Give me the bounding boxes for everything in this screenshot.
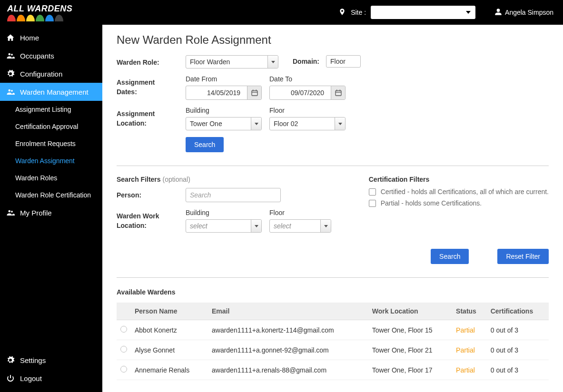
search-button[interactable]: Search (186, 137, 224, 152)
chevron-down-icon (267, 56, 278, 68)
users-icon (6, 51, 15, 60)
sidebar-item-warden-management[interactable]: Warden Management (0, 83, 102, 101)
sidebar-item-label: Configuration (20, 70, 62, 78)
users-icon (6, 88, 15, 96)
cell-email: awarden1111+a.renals-88@gmail.com (208, 360, 368, 380)
sidebar-sub-assignment-listing[interactable]: Assignment Listing (0, 101, 102, 118)
building-label: Building (186, 107, 262, 114)
search-filters-title: Search Filters (optional) (117, 176, 336, 183)
cell-email: awarden1111+a.gonnet-92@gmail.com (208, 340, 368, 360)
sidebar-item-settings[interactable]: Settings (0, 351, 102, 369)
radio-icon[interactable] (120, 346, 127, 353)
warden-role-select[interactable]: Floor Warden (186, 55, 278, 69)
cell-name: Annemarie Renals (131, 360, 208, 380)
filter-building-select[interactable]: select (186, 219, 262, 233)
assignment-dates-label: Assignment Dates: (117, 75, 171, 97)
date-from-label: Date From (186, 75, 262, 83)
floor-label: Floor (269, 107, 346, 114)
filter-floor-label: Floor (269, 209, 331, 216)
domain-label: Domain: (293, 58, 319, 65)
domain-value: Floor (330, 58, 346, 65)
sidebar-item-configuration[interactable]: Configuration (0, 65, 102, 83)
col-email: Email (208, 303, 368, 320)
assignment-location-label: Assignment Location: (117, 107, 171, 128)
reset-filter-button[interactable]: Reset Filter (497, 249, 549, 264)
sidebar-item-home[interactable]: Home (0, 29, 102, 47)
cell-location: Tower One, Floor 21 (368, 340, 452, 360)
sidebar: Home Occupants Configuration Warden Mana… (0, 0, 102, 392)
chevron-down-icon (320, 220, 331, 232)
sidebar-sub-warden-role-cert[interactable]: Warden Role Certification (0, 186, 102, 204)
chevron-down-icon (335, 118, 345, 130)
checkbox-icon (369, 188, 376, 196)
date-to-label: Date To (269, 75, 346, 83)
person-search-input[interactable] (186, 188, 281, 202)
floor-select[interactable]: Floor 02 (269, 117, 346, 130)
cell-status: Partial (452, 340, 487, 360)
col-person-name: Person Name (131, 303, 208, 320)
date-to-value: 09/07/2020 (291, 89, 324, 97)
sidebar-item-occupants[interactable]: Occupants (0, 47, 102, 65)
logo-text: ALL WARDENS (7, 4, 72, 14)
user-menu[interactable]: Angela Simpson (494, 8, 553, 17)
main-content: New Warden Role Assignment Warden Role: … (102, 0, 563, 392)
logo-dots (7, 15, 72, 21)
date-from-input[interactable]: 14/05/2019 (186, 86, 262, 100)
table-row[interactable]: Abbot Konertzawarden1111+a.konertz-114@g… (117, 320, 549, 340)
svg-rect-6 (252, 90, 257, 96)
site-label: Site : (351, 9, 366, 16)
svg-rect-8 (256, 89, 256, 91)
svg-point-3 (11, 90, 13, 92)
svg-point-2 (9, 89, 11, 92)
svg-rect-11 (336, 89, 337, 91)
svg-point-0 (9, 53, 11, 56)
cert-certified-label: Certified - holds all Certifications, al… (381, 188, 549, 196)
table-row[interactable]: Annemarie Renalsawarden1111+a.renals-88@… (117, 360, 549, 380)
divider (117, 277, 549, 278)
cert-partial-checkbox[interactable]: Partial - holds some Certifications. (369, 199, 549, 207)
warden-role-value: Floor Warden (190, 58, 230, 66)
svg-point-1 (11, 54, 13, 56)
radio-icon[interactable] (120, 326, 127, 333)
power-icon (6, 374, 15, 382)
sidebar-item-label: Occupants (20, 52, 54, 60)
cell-email: awarden1111+a.konertz-114@gmail.com (208, 320, 368, 340)
building-select[interactable]: Tower One (186, 117, 262, 130)
logo: ALL WARDENS (7, 4, 72, 21)
user-name: Angela Simpson (505, 9, 553, 16)
gear-icon (6, 356, 15, 364)
date-to-input[interactable]: 09/07/2020 (269, 86, 346, 100)
sidebar-item-logout[interactable]: Logout (0, 369, 102, 387)
sidebar-sub-warden-roles[interactable]: Warden Roles (0, 169, 102, 186)
calendar-icon[interactable] (331, 86, 345, 99)
sidebar-sub-warden-assignment[interactable]: Warden Assignment (0, 152, 102, 169)
cell-status: Partial (452, 320, 487, 340)
cert-filters-title: Certification Filters (369, 176, 549, 183)
site-select-value: Paramatta, Hampton Towers (375, 9, 460, 16)
sidebar-item-label: My Profile (20, 209, 52, 217)
filter-search-button[interactable]: Search (431, 249, 469, 264)
building-value: Tower One (190, 120, 222, 127)
table-row[interactable]: Alyse Gonnetawarden1111+a.gonnet-92@gmai… (117, 340, 549, 360)
chevron-down-icon (251, 118, 261, 130)
site-select[interactable]: Paramatta, Hampton Towers (371, 6, 475, 19)
sidebar-item-my-profile[interactable]: My Profile (0, 204, 102, 222)
sidebar-sub-certification-approval[interactable]: Certification Approval (0, 118, 102, 135)
cell-name: Abbot Konertz (131, 320, 208, 340)
calendar-icon[interactable] (247, 86, 261, 99)
cell-certs: 0 out of 3 (487, 320, 549, 340)
radio-icon[interactable] (120, 366, 127, 372)
domain-field: Floor (326, 55, 361, 68)
filter-floor-select[interactable]: select (269, 219, 331, 233)
location-pin-icon (338, 7, 346, 18)
available-wardens-table: Person Name Email Work Location Status C… (117, 303, 549, 380)
sidebar-sub-enrolment-requests[interactable]: Enrolment Requests (0, 135, 102, 152)
chevron-down-icon (251, 220, 261, 232)
user-icon (494, 8, 502, 17)
sidebar-item-label: Warden Management (20, 88, 89, 96)
cert-certified-checkbox[interactable]: Certified - holds all Certifications, al… (369, 188, 549, 196)
filter-building-label: Building (186, 209, 262, 216)
users-icon (6, 208, 15, 217)
col-certifications: Certifications (487, 303, 549, 320)
filter-floor-placeholder: select (274, 222, 291, 230)
